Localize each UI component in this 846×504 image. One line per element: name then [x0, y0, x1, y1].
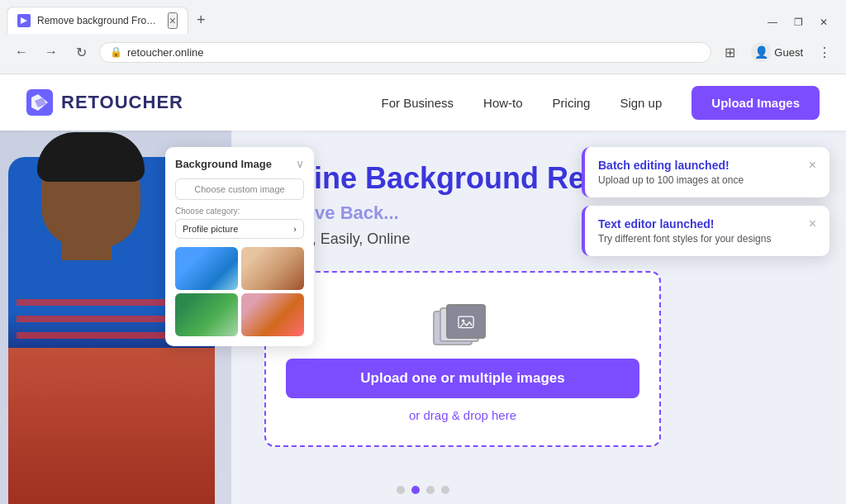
- maximize-button[interactable]: ❐: [789, 15, 808, 30]
- back-button[interactable]: ←: [10, 40, 33, 64]
- toolbar-actions: ⊞ 👤 Guest ⋮: [718, 39, 836, 65]
- bg-panel-title: Background Image: [175, 158, 272, 170]
- bg-panel-select[interactable]: Profile picture ›: [175, 219, 304, 239]
- logo[interactable]: RETOUCHER: [26, 89, 183, 116]
- drag-drop-text: or drag & drop here: [409, 408, 516, 422]
- upload-icon-front: [446, 304, 486, 339]
- toast-text-content: Text editor launched! Try different font…: [598, 217, 802, 245]
- browser-chrome: Remove background From Imag... × + — ❐ ✕…: [0, 0, 846, 74]
- nav-sign-up[interactable]: Sign up: [620, 96, 662, 110]
- toast-batch-title: Batch editing launched!: [598, 159, 802, 172]
- hero-section: Background Image ∨ Choose custom image C…: [0, 131, 846, 504]
- header-upload-button[interactable]: Upload Images: [692, 86, 820, 120]
- bg-panel-select-value: Profile picture: [183, 224, 238, 234]
- toast-text-editor: Text editor launched! Try different font…: [582, 206, 829, 256]
- toast-batch-content: Batch editing launched! Upload up to 100…: [598, 159, 802, 186]
- menu-button[interactable]: ⋮: [813, 40, 836, 64]
- main-nav: For Business How-to Pricing Sign up Uplo…: [382, 86, 820, 120]
- dot-2[interactable]: [411, 486, 420, 494]
- bg-thumbnails-grid: [175, 247, 304, 336]
- tab-close-button[interactable]: ×: [168, 12, 178, 29]
- upload-icon-container: [433, 296, 492, 345]
- toast-text-close-button[interactable]: ×: [809, 217, 816, 231]
- new-tab-button[interactable]: +: [190, 8, 212, 32]
- page: RETOUCHER For Business How-to Pricing Si…: [0, 74, 846, 504]
- upload-main-button[interactable]: Upload one or multiple images: [286, 359, 639, 398]
- nav-pricing[interactable]: Pricing: [553, 96, 591, 110]
- pagination-dots: [397, 486, 449, 494]
- toast-batch-editing: Batch editing launched! Upload up to 100…: [582, 147, 829, 197]
- bg-panel: Background Image ∨ Choose custom image C…: [165, 147, 314, 346]
- nav-how-to[interactable]: How-to: [483, 96, 523, 110]
- bg-panel-arrow-icon: ∨: [296, 157, 304, 170]
- toast-batch-close-button[interactable]: ×: [809, 159, 816, 172]
- person-neck: [62, 235, 112, 260]
- toast-batch-subtitle: Upload up to 100 images at once: [598, 174, 802, 186]
- address-bar[interactable]: 🔒 retoucher.online: [99, 42, 711, 63]
- bg-thumb-leaves[interactable]: [175, 293, 238, 336]
- dot-3[interactable]: [426, 486, 435, 494]
- account-button[interactable]: 👤 Guest: [746, 39, 808, 65]
- dot-1[interactable]: [397, 486, 405, 494]
- forward-button[interactable]: →: [40, 40, 63, 64]
- close-window-button[interactable]: ✕: [815, 15, 833, 30]
- site-header: RETOUCHER For Business How-to Pricing Si…: [0, 74, 846, 131]
- toast-container: Batch editing launched! Upload up to 100…: [582, 147, 829, 256]
- minimize-button[interactable]: —: [763, 15, 782, 30]
- bg-panel-header: Background Image ∨: [175, 157, 304, 170]
- bg-thumb-person[interactable]: [241, 247, 304, 290]
- tab-favicon: [17, 14, 31, 27]
- upload-area[interactable]: Upload one or multiple images or drag & …: [264, 271, 661, 447]
- browser-tabs: Remove background From Imag... × + — ❐ ✕: [0, 0, 846, 34]
- toast-text-title: Text editor launched!: [598, 217, 802, 231]
- bg-thumb-beach[interactable]: [175, 247, 238, 290]
- logo-icon: [26, 89, 53, 116]
- logo-text: RETOUCHER: [61, 92, 183, 113]
- bg-thumb-mountain[interactable]: [241, 293, 304, 336]
- extension-button[interactable]: ⊞: [718, 40, 741, 64]
- bg-panel-select-arrow-icon: ›: [293, 224, 297, 234]
- hero-image-area: Background Image ∨ Choose custom image C…: [0, 131, 231, 504]
- person-hair: [37, 132, 145, 182]
- nav-for-business[interactable]: For Business: [382, 96, 454, 110]
- account-label: Guest: [774, 46, 803, 59]
- refresh-button[interactable]: ↻: [69, 40, 93, 64]
- tab-title: Remove background From Imag...: [37, 15, 161, 26]
- lock-icon: 🔒: [110, 46, 122, 58]
- svg-point-2: [462, 320, 464, 322]
- account-icon: 👤: [751, 42, 771, 62]
- bg-panel-category-label: Choose category:: [175, 207, 304, 216]
- choose-custom-image-button[interactable]: Choose custom image: [175, 178, 304, 200]
- url-text: retoucher.online: [127, 46, 701, 59]
- browser-toolbar: ← → ↻ 🔒 retoucher.online ⊞ 👤 Guest ⋮: [0, 34, 846, 70]
- window-controls: — ❐ ✕: [763, 12, 839, 30]
- active-tab[interactable]: Remove background From Imag... ×: [7, 7, 188, 34]
- dot-4[interactable]: [441, 486, 449, 494]
- toast-text-subtitle: Try different font styles for your desig…: [598, 233, 802, 245]
